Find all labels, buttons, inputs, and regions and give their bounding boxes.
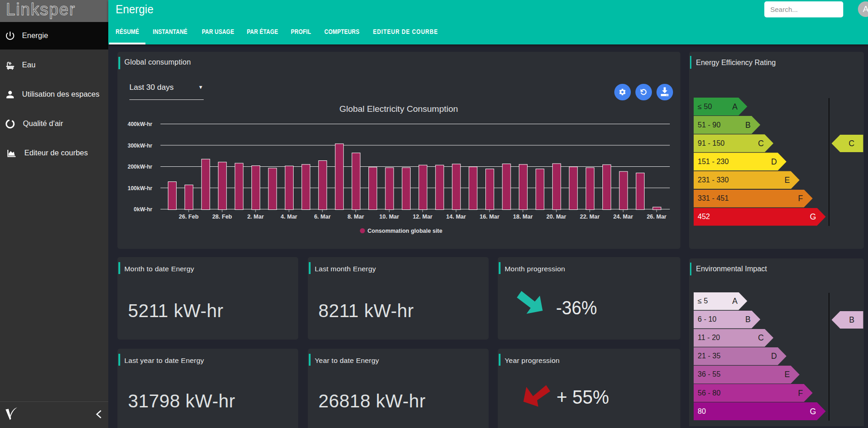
svg-text:Global Electricity Consumption: Global Electricity Consumption [339, 104, 458, 114]
svg-text:300kW-hr: 300kW-hr [128, 143, 152, 149]
svg-text:26. Mar: 26. Mar [647, 214, 667, 220]
svg-text:4. Mar: 4. Mar [281, 214, 297, 220]
svg-text:2. Mar: 2. Mar [247, 214, 264, 220]
svg-text:100kW-hr: 100kW-hr [128, 185, 152, 192]
svg-text:12. Mar: 12. Mar [413, 214, 433, 220]
svg-text:24. Mar: 24. Mar [613, 214, 633, 220]
svg-text:14. Mar: 14. Mar [446, 214, 466, 220]
svg-text:Consommation globale site: Consommation globale site [367, 228, 442, 234]
svg-text:8. Mar: 8. Mar [347, 214, 364, 220]
svg-text:400kW-hr: 400kW-hr [128, 121, 152, 127]
svg-text:10. Mar: 10. Mar [379, 214, 399, 220]
svg-text:200kW-hr: 200kW-hr [128, 164, 152, 170]
svg-text:18. Mar: 18. Mar [513, 214, 533, 220]
svg-text:0kW-hr: 0kW-hr [134, 206, 153, 213]
svg-text:16. Mar: 16. Mar [479, 214, 499, 220]
svg-text:28. Feb: 28. Feb [212, 214, 232, 220]
svg-text:26. Feb: 26. Feb [179, 214, 199, 220]
svg-text:22. Mar: 22. Mar [580, 214, 600, 220]
svg-text:6. Mar: 6. Mar [314, 214, 331, 220]
svg-text:Linksper: Linksper [6, 0, 76, 19]
svg-text:20. Mar: 20. Mar [546, 214, 566, 220]
